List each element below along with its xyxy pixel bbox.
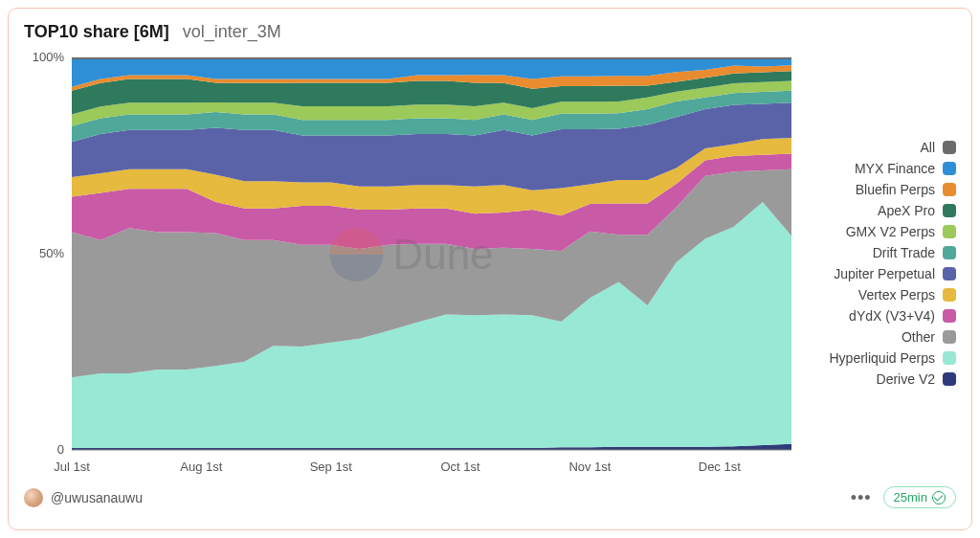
chart-header: TOP10 share [6M] vol_inter_3M: [24, 22, 956, 42]
legend-label: GMX V2 Perps: [846, 224, 935, 239]
author-link[interactable]: @uwusanauwu: [24, 488, 143, 507]
y-axis-tick: 50%: [39, 246, 64, 260]
chart-subtitle: vol_inter_3M: [183, 22, 281, 42]
legend-label: Vertex Perps: [858, 287, 935, 303]
legend-swatch: [943, 162, 956, 175]
more-menu-icon[interactable]: •••: [851, 493, 872, 503]
legend-item[interactable]: Bluefin Perps: [809, 182, 956, 197]
legend-label: Jupiter Perpetual: [834, 266, 935, 281]
check-circle-icon: [932, 491, 946, 504]
legend-item[interactable]: ApeX Pro: [809, 203, 956, 218]
legend-label: Bluefin Perps: [856, 182, 935, 197]
legend-item[interactable]: Jupiter Perpetual: [809, 266, 956, 281]
plot-container[interactable]: 050%100%Jul 1stAug 1stSep 1stOct 1stNov …: [24, 48, 799, 479]
legend-item[interactable]: Vertex Perps: [809, 287, 956, 303]
legend-swatch: [943, 351, 956, 365]
legend-swatch: [943, 246, 956, 259]
card-footer: @uwusanauwu ••• 25min: [24, 486, 956, 508]
chart-title: TOP10 share [6M]: [24, 22, 169, 42]
legend-swatch: [943, 204, 956, 217]
legend-swatch: [943, 372, 956, 386]
area-all[interactable]: [72, 57, 791, 59]
legend-label: All: [920, 140, 935, 155]
legend-label: Derive V2: [877, 371, 935, 387]
legend-swatch: [943, 309, 956, 323]
legend-swatch: [943, 267, 956, 280]
chart-area: 050%100%Jul 1stAug 1stSep 1stOct 1stNov …: [24, 48, 956, 479]
legend-label: dYdX (V3+V4): [849, 308, 935, 324]
x-axis-tick: Dec 1st: [699, 460, 741, 474]
legend-swatch: [943, 141, 956, 154]
legend-label: Drift Trade: [873, 245, 935, 260]
legend-item[interactable]: Derive V2: [809, 371, 956, 387]
legend-item[interactable]: Other: [809, 329, 956, 345]
refresh-time-label: 25min: [894, 490, 927, 504]
legend-item[interactable]: dYdX (V3+V4): [809, 308, 956, 324]
x-axis-tick: Nov 1st: [568, 460, 611, 474]
legend-label: Other: [902, 329, 935, 345]
legend-swatch: [943, 183, 956, 196]
legend-item[interactable]: Drift Trade: [809, 245, 956, 260]
author-name: @uwusanauwu: [51, 490, 143, 505]
refresh-time-badge[interactable]: 25min: [883, 486, 956, 508]
legend-item[interactable]: Hyperliquid Perps: [809, 350, 956, 366]
footer-right: ••• 25min: [851, 486, 956, 508]
y-axis-tick: 0: [57, 442, 64, 457]
legend-swatch: [943, 225, 956, 238]
legend-label: ApeX Pro: [878, 203, 935, 218]
legend-item[interactable]: MYX Finance: [809, 161, 956, 176]
x-axis-tick: Aug 1st: [180, 460, 222, 474]
x-axis-tick: Jul 1st: [54, 460, 90, 474]
legend-label: Hyperliquid Perps: [830, 350, 936, 366]
legend-item[interactable]: All: [809, 140, 956, 155]
x-axis-tick: Sep 1st: [310, 460, 352, 474]
legend-item[interactable]: GMX V2 Perps: [809, 224, 956, 239]
x-axis-tick: Oct 1st: [440, 460, 480, 474]
chart-card: TOP10 share [6M] vol_inter_3M 050%100%Ju…: [8, 8, 972, 530]
avatar: [24, 488, 43, 507]
legend-swatch: [943, 288, 956, 302]
y-axis-tick: 100%: [33, 50, 65, 64]
stacked-area-chart[interactable]: 050%100%Jul 1stAug 1stSep 1stOct 1stNov …: [24, 48, 799, 479]
legend-swatch: [943, 330, 956, 344]
chart-legend: AllMYX FinanceBluefin PerpsApeX ProGMX V…: [799, 48, 956, 479]
legend-label: MYX Finance: [855, 161, 935, 176]
